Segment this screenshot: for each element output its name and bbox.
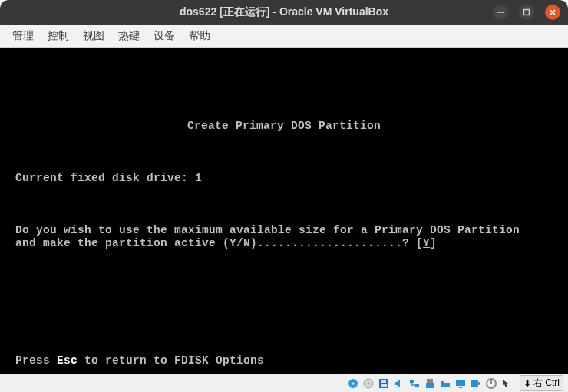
minimize-button[interactable] [493, 5, 508, 20]
floppy-icon[interactable] [377, 377, 391, 390]
usb-icon[interactable] [423, 377, 437, 390]
titlebar[interactable]: dos622 [正在运行] - Oracle VM VirtualBox [0, 0, 568, 25]
statusbar: ⬇ 右 Ctrl [0, 374, 568, 392]
footer-key: Esc [57, 354, 78, 367]
svg-rect-15 [456, 380, 465, 386]
svg-rect-1 [524, 10, 530, 15]
virtualbox-window: dos622 [正在运行] - Oracle VM VirtualBox 管理 … [0, 0, 568, 392]
svg-rect-14 [426, 383, 434, 388]
fdisk-heading: Create Primary DOS Partition [15, 120, 553, 133]
menubar: 管理 控制 视图 热键 设备 帮助 [0, 25, 568, 48]
fdisk-prompt: Do you wish to use the maximum available… [15, 224, 553, 250]
network-icon[interactable] [408, 377, 421, 390]
drive-number: 1 [195, 172, 202, 184]
cpu-icon[interactable] [484, 377, 498, 390]
svg-rect-16 [459, 387, 462, 388]
window-title: dos622 [正在运行] - Oracle VM VirtualBox [0, 5, 568, 19]
svg-rect-13 [427, 379, 433, 383]
svg-point-7 [368, 382, 370, 384]
svg-rect-12 [415, 384, 419, 387]
svg-rect-11 [410, 380, 414, 383]
prompt-line2-pre: and make the partition active (Y/N).....… [15, 237, 423, 249]
host-key-label: 右 Ctrl [533, 377, 560, 390]
audio-icon[interactable] [392, 377, 406, 390]
shared-folder-icon[interactable] [438, 377, 452, 390]
menu-devices[interactable]: 设备 [147, 26, 181, 46]
svg-point-5 [352, 382, 354, 384]
window-controls [493, 5, 560, 20]
mouse-capture-icon[interactable] [500, 377, 514, 390]
prompt-line2-post: ] [430, 237, 437, 249]
footer-post: to return to FDISK Options [78, 354, 264, 367]
guest-screen[interactable]: Create Primary DOS Partition Current fix… [0, 48, 568, 374]
svg-rect-9 [381, 380, 386, 383]
menu-hotkeys[interactable]: 热键 [112, 26, 146, 46]
current-drive-line: Current fixed disk drive: 1 [15, 172, 553, 185]
hard-disk-icon[interactable] [346, 377, 360, 390]
display-icon[interactable] [454, 377, 467, 390]
optical-drive-icon[interactable] [362, 377, 375, 390]
svg-rect-10 [381, 384, 387, 387]
maximize-button[interactable] [519, 5, 534, 20]
prompt-line1: Do you wish to use the maximum available… [15, 224, 520, 236]
recording-icon[interactable] [469, 377, 483, 390]
close-button[interactable] [545, 5, 560, 20]
status-icons [346, 377, 514, 390]
prompt-input-value[interactable]: Y [423, 237, 430, 249]
menu-control[interactable]: 控制 [41, 26, 75, 46]
host-key-arrow-icon: ⬇ [523, 378, 531, 389]
drive-label: Current fixed disk drive: [15, 172, 195, 184]
menu-view[interactable]: 视图 [77, 26, 111, 46]
footer-pre: Press [15, 354, 57, 367]
menu-manage[interactable]: 管理 [6, 26, 40, 46]
fdisk-footer: Press Esc to return to FDISK Options [15, 354, 264, 367]
host-key-indicator[interactable]: ⬇ 右 Ctrl [520, 375, 563, 391]
menu-help[interactable]: 帮助 [183, 26, 216, 46]
svg-rect-17 [471, 380, 478, 387]
